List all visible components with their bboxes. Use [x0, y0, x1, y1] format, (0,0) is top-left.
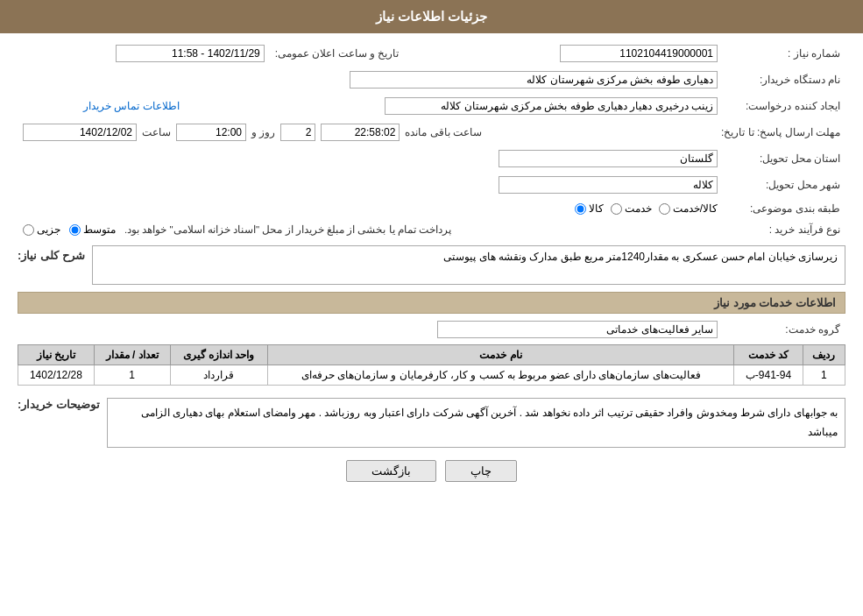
services-section-title: اطلاعات خدمات مورد نیاز [18, 292, 845, 314]
col-qty: تعداد / مقدار [94, 345, 170, 365]
need-number-input[interactable] [560, 45, 718, 62]
purchase-jozi-radio[interactable] [23, 224, 34, 236]
category-kala-khedmat-radio[interactable] [659, 203, 670, 215]
send-time-label: ساعت [142, 126, 171, 138]
purchase-jozi-option[interactable]: جزیی [23, 223, 60, 236]
org-name-label: نام دستگاه خریدار: [723, 68, 845, 91]
page-header: جزئیات اطلاعات نیاز [0, 0, 863, 33]
buyer-notes-value: به جوابهای دارای شرط ومخدوش وافراد حقیقی… [141, 407, 838, 438]
col-date: تاریخ نیاز [18, 345, 95, 365]
contact-link[interactable]: اطلاعات تماس خریدار [83, 100, 180, 112]
need-number-label: شماره نیاز : [723, 42, 845, 65]
send-days-input[interactable] [280, 124, 315, 141]
cell-unit: قرارداد [170, 365, 267, 386]
purchase-type-label: نوع فرآیند خرید : [723, 221, 845, 238]
page-title: جزئیات اطلاعات نیاز [376, 9, 487, 24]
send-days-label: روز و [251, 126, 275, 138]
org-name-input[interactable] [350, 71, 718, 89]
category-kala-radio[interactable] [575, 203, 586, 215]
cell-name: فعالیت‌های سازمان‌های دارای عضو مربوط به… [267, 365, 734, 386]
category-khedmat-radio[interactable] [611, 203, 622, 215]
need-desc-value: زیرسازی خیابان امام حسن عسکری به مقدار12… [443, 251, 838, 263]
cell-row: 1 [803, 365, 845, 386]
print-button[interactable]: چاپ [445, 460, 517, 482]
col-row: ردیف [803, 345, 845, 365]
service-group-input[interactable] [437, 321, 718, 338]
col-name: نام خدمت [267, 345, 734, 365]
purchase-motavasset-option[interactable]: متوسط [69, 223, 116, 236]
pub-datetime-input[interactable] [116, 45, 265, 62]
remaining-input[interactable] [321, 124, 400, 141]
city-input[interactable] [499, 176, 718, 194]
cell-date: 1402/12/28 [18, 365, 95, 386]
creator-label: ایجاد کننده درخواست: [723, 95, 845, 117]
send-date-label: مهلت ارسال پاسخ: تا تاریخ: [716, 121, 845, 144]
city-label: شهر محل تحویل: [723, 173, 845, 196]
category-label: طبقه بندی موضوعی: [723, 200, 845, 217]
send-time-input[interactable] [176, 124, 246, 141]
table-row: 1941-94-بفعالیت‌های سازمان‌های دارای عضو… [18, 365, 845, 386]
purchase-note: پرداخت تمام یا بخشی از مبلغ خریدار از مح… [124, 223, 451, 236]
province-label: استان محل تحویل: [723, 147, 845, 170]
col-unit: واحد اندازه گیری [170, 345, 267, 365]
pub-datetime-label: تاریخ و ساعت اعلان عمومی: [270, 42, 405, 65]
need-desc-label: شرح کلی نیاز: [18, 245, 85, 262]
col-code: کد خدمت [734, 345, 803, 365]
remaining-label: ساعت باقی مانده [405, 126, 482, 138]
province-input[interactable] [499, 150, 718, 167]
services-table: ردیف کد خدمت نام خدمت واحد اندازه گیری ت… [18, 344, 845, 386]
creator-input[interactable] [385, 97, 718, 115]
cell-code: 941-94-ب [734, 365, 803, 386]
category-kala-option[interactable]: کالا [575, 202, 604, 215]
category-khedmat-option[interactable]: خدمت [611, 202, 652, 215]
buyer-notes-label: توضیحات خریدار: [18, 394, 100, 411]
service-group-label: گروه خدمت: [723, 318, 845, 341]
purchase-motavasset-radio[interactable] [69, 224, 81, 236]
category-kala-khedmat-option[interactable]: کالا/خدمت [659, 202, 718, 215]
cell-qty: 1 [94, 365, 170, 386]
back-button[interactable]: بازگشت [346, 460, 436, 482]
send-date-input[interactable] [23, 124, 137, 141]
